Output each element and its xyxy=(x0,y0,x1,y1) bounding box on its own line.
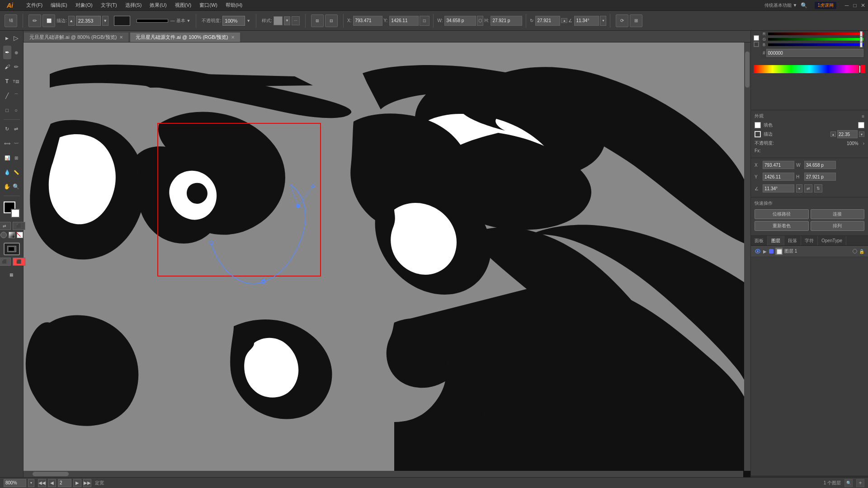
artboard-search-btn[interactable]: 🔍 xyxy=(844,479,853,487)
offset-path-btn[interactable]: 位移路径 xyxy=(755,209,809,219)
prop-y-input[interactable] xyxy=(763,173,794,181)
stroke-width-down-btn[interactable]: ▼ xyxy=(102,16,108,26)
stroke-value-input[interactable] xyxy=(837,130,858,138)
minimize-btn[interactable]: ─ xyxy=(844,2,850,9)
close-btn[interactable]: ✕ xyxy=(860,2,866,9)
selection-tool-btn[interactable]: ▸ xyxy=(3,31,11,45)
paintbrush-btn[interactable]: 🖌 xyxy=(3,60,11,74)
change-screen-mode-btn[interactable] xyxy=(4,243,20,255)
zoom-tool-btn[interactable]: 🔍 xyxy=(12,180,20,193)
extra-btn1[interactable]: ⟳ xyxy=(616,14,628,27)
style-preview[interactable] xyxy=(274,16,283,25)
hand-tool-btn[interactable]: ✋ xyxy=(3,180,11,193)
opacity-appear-expand[interactable]: › xyxy=(863,141,864,146)
type-tool-btn[interactable]: T xyxy=(3,75,11,88)
recolor-btn[interactable]: 重新着色 xyxy=(755,221,809,231)
menu-text[interactable]: 文字(T) xyxy=(97,1,121,9)
stroke-style-dropdown-btn[interactable]: ▼ xyxy=(187,19,191,23)
prop-flip-v-btn[interactable]: ⇅ xyxy=(814,184,822,192)
prop-w-input[interactable] xyxy=(804,161,836,169)
menu-window[interactable]: 窗口(W) xyxy=(196,1,221,9)
layer-target-btn[interactable] xyxy=(853,249,857,253)
fill-color-box[interactable] xyxy=(858,122,864,128)
prop-h-input[interactable] xyxy=(804,173,836,181)
opentype-tab[interactable]: OpenType xyxy=(818,236,846,245)
prev-btn[interactable]: ◀ xyxy=(48,479,56,487)
transform-options-btn[interactable]: ⊡ xyxy=(420,16,429,26)
menu-help[interactable]: 帮助(H) xyxy=(222,1,246,9)
menu-edit[interactable]: 编辑(E) xyxy=(47,1,71,9)
angle-input[interactable] xyxy=(574,16,599,26)
rectangle-tool-btn[interactable]: □ xyxy=(3,103,11,117)
panel-tab[interactable]: 面板 xyxy=(751,236,768,245)
prop-angle-input[interactable] xyxy=(763,184,794,192)
menu-object[interactable]: 对象(O) xyxy=(72,1,96,9)
stroke-width-up-btn[interactable]: ▲ xyxy=(68,16,75,26)
next-page-btn[interactable]: ▶▶ xyxy=(83,479,91,487)
tab-1-close[interactable]: ✕ xyxy=(119,35,123,40)
menu-select[interactable]: 选择(S) xyxy=(122,1,146,9)
next-btn[interactable]: ▶ xyxy=(73,479,81,487)
stroke-icon[interactable] xyxy=(755,131,761,137)
rotate-up-btn[interactable]: ▲ xyxy=(561,18,567,23)
view-mode-1[interactable]: ⬛ xyxy=(0,258,11,266)
measure-btn[interactable]: 📏 xyxy=(12,165,20,179)
hex-input[interactable] xyxy=(766,49,863,57)
vertical-scrollbar[interactable] xyxy=(744,42,750,471)
y-coord-input[interactable] xyxy=(389,16,419,26)
arrange-btn[interactable]: 排列 xyxy=(811,221,865,231)
layer-1-name[interactable]: 图层 1 xyxy=(784,248,851,254)
area-type-btn[interactable]: T▤ xyxy=(12,75,20,88)
view-mode-2[interactable]: ⬛ xyxy=(13,258,25,266)
layer-lock-btn[interactable]: 🔒 xyxy=(859,249,864,254)
menu-file[interactable]: 文件(F) xyxy=(23,1,46,9)
fill-indicator[interactable] xyxy=(754,35,759,41)
zoom-input[interactable] xyxy=(4,479,26,487)
menu-effect[interactable]: 效果(U) xyxy=(146,1,170,9)
tab-2[interactable]: 元旦星凡础源文件.ai @ 100% (RGB/预览) ✕ xyxy=(130,32,240,42)
data-btn[interactable]: ⊞ xyxy=(12,151,20,164)
column-graph-btn[interactable]: 📊 xyxy=(3,151,11,164)
w-input[interactable] xyxy=(444,16,476,26)
stroke-indicator[interactable] xyxy=(754,42,759,47)
eyedropper-btn[interactable]: 💧 xyxy=(3,165,11,179)
stroke-preview[interactable] xyxy=(137,19,168,23)
fill-icon[interactable] xyxy=(755,122,761,128)
prev-page-btn[interactable]: ◀◀ xyxy=(38,479,46,487)
h-scroll-thumb[interactable] xyxy=(33,472,69,476)
page-input[interactable] xyxy=(58,479,71,487)
pen-tool-btn[interactable]: ✒ xyxy=(3,46,11,59)
arc-tool-btn[interactable]: ⌒ xyxy=(12,89,20,103)
horizontal-scrollbar[interactable] xyxy=(24,471,743,477)
tab-1[interactable]: 元旦星凡础讲解.ai @ 800% (RGB/预览) ✕ xyxy=(24,32,129,42)
line-tool-btn[interactable]: ╱ xyxy=(3,89,11,103)
anchor-tool-btn[interactable]: 锚 xyxy=(5,14,17,27)
layers-tab[interactable]: 图层 xyxy=(768,236,784,245)
angle-dropdown-btn[interactable]: ▼ xyxy=(600,16,606,26)
color-mode-btn[interactable] xyxy=(0,232,7,238)
menu-view[interactable]: 视图(V) xyxy=(171,1,195,9)
gradient-btn[interactable] xyxy=(9,232,15,238)
stroke-down-btn[interactable]: ▼ xyxy=(859,131,864,137)
width-tool-btn[interactable]: ⟺ xyxy=(3,136,11,150)
x-coord-input[interactable] xyxy=(353,16,382,26)
appearance-options-btn[interactable]: ≡ xyxy=(862,114,864,119)
rotate-input[interactable] xyxy=(535,16,560,26)
rotate-tool-btn[interactable]: ↻ xyxy=(3,122,11,136)
v-scroll-thumb[interactable] xyxy=(745,52,750,88)
canvas-area[interactable] xyxy=(24,42,750,477)
extra-btn2[interactable]: ⊞ xyxy=(630,14,642,27)
style-dropdown-btn[interactable]: ▼ xyxy=(284,16,290,25)
zoom-dropdown-btn[interactable]: ▼ xyxy=(28,479,34,487)
edit-artboard-btn[interactable]: ▦ xyxy=(3,268,20,282)
direct-select-btn[interactable]: ▷ xyxy=(12,31,20,45)
swap-colors-btn[interactable]: ⇄ xyxy=(0,222,11,230)
opacity-dropdown-icon[interactable]: ▼ xyxy=(246,19,250,23)
ellipse-tool-btn[interactable]: ○ xyxy=(12,103,20,117)
artboard-add-btn[interactable]: + xyxy=(856,479,864,487)
layer-expand-btn[interactable]: ▶ xyxy=(763,249,767,253)
h-input[interactable] xyxy=(491,16,522,26)
style-options-btn[interactable]: ⋯ xyxy=(292,16,300,25)
stroke-width-input[interactable] xyxy=(76,16,101,26)
opacity-input[interactable] xyxy=(222,16,245,26)
